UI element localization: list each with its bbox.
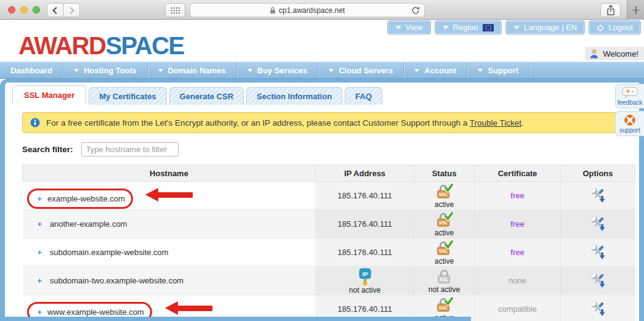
url-text: cp1.awardspace.net — [279, 6, 345, 15]
feedback-button[interactable]: feedback — [615, 84, 644, 108]
nav-item-cloud-servers[interactable]: Cloud Servers — [318, 62, 404, 78]
awardspace-logo[interactable]: AWARDSPACE — [18, 32, 184, 60]
welcome-label: Welcome! — [603, 49, 638, 59]
red-arrow-annotation — [145, 188, 193, 201]
ip-not-active-icon — [357, 267, 373, 286]
lifebuoy-icon — [624, 114, 636, 126]
power-icon — [597, 24, 604, 31]
options-tools-button[interactable] — [589, 271, 606, 290]
table-row: + subdomain-two.example-website.com not … — [23, 267, 635, 295]
logout-button-label: Logout — [608, 23, 633, 32]
dropdown-arrow-icon — [158, 69, 163, 72]
expand-row-button[interactable]: + — [38, 276, 42, 285]
nav-label: Account — [424, 66, 456, 75]
view-button[interactable]: View — [387, 20, 431, 35]
ssl-table: Hostname IP Address Status Certificate O… — [22, 165, 635, 321]
search-input[interactable] — [81, 142, 179, 156]
feedback-stars-icon — [622, 87, 638, 99]
ip-cell: 185.176.40.111 — [316, 182, 414, 210]
trouble-ticket-link[interactable]: Trouble Ticket — [470, 118, 521, 128]
tab-overview-button[interactable] — [165, 3, 185, 17]
options-tools-button[interactable] — [589, 186, 606, 205]
section-tabs: SSL Manager My Certificates Generate CSR… — [12, 85, 639, 105]
logo-text-blue: SPACE — [105, 32, 183, 59]
nav-label: Dashboard — [10, 66, 52, 75]
options-tools-button[interactable] — [589, 299, 606, 319]
expand-row-button[interactable]: + — [38, 194, 42, 203]
options-tools-button[interactable] — [589, 243, 606, 262]
nav-label: Hosting Tools — [84, 66, 137, 75]
status-cell: active — [414, 210, 475, 238]
dropdown-arrow-icon — [478, 69, 483, 72]
nav-item-support[interactable]: Support — [467, 62, 529, 78]
nav-item-domain-names[interactable]: Domain Names — [148, 62, 237, 78]
ip-caption: not active — [349, 286, 380, 295]
expand-row-button[interactable]: + — [38, 248, 42, 257]
reload-button[interactable] — [411, 6, 420, 17]
region-button[interactable]: Region — [435, 20, 502, 35]
language-button[interactable]: Language | EN — [505, 20, 586, 35]
tab-section-information[interactable]: Section Information — [246, 87, 342, 105]
window-minimize-button[interactable] — [20, 6, 28, 14]
user-avatar-icon — [589, 49, 599, 59]
options-tools-button[interactable] — [589, 214, 606, 234]
region-button-label: Region — [453, 23, 478, 32]
ip-cell: not active — [316, 267, 414, 295]
tools-icon — [589, 271, 606, 288]
nav-label: Domain Names — [168, 66, 226, 75]
welcome-badge: Welcome! — [585, 47, 644, 60]
table-row: + subdomain.example-website.com 185.176.… — [23, 238, 635, 267]
tab-faq[interactable]: FAQ — [345, 87, 382, 105]
certificate-cell: free — [475, 238, 561, 267]
browser-forward-button[interactable] — [63, 3, 80, 17]
certificate-cell: free — [475, 210, 561, 238]
side-buttons: feedback support — [615, 84, 644, 139]
forward-chevron-icon — [67, 7, 74, 14]
tools-icon — [589, 186, 606, 203]
logout-button[interactable]: Logout — [589, 20, 641, 35]
dropdown-arrow-icon — [414, 69, 419, 72]
expand-row-button[interactable]: + — [38, 307, 42, 317]
hostname-text: subdomain-two.example-website.com — [50, 276, 183, 285]
nav-item-buy-services[interactable]: Buy Services — [237, 62, 319, 78]
lock-icon — [270, 6, 276, 14]
logo-text-red: AWARD — [18, 32, 105, 59]
nav-label: Cloud Servers — [339, 66, 393, 75]
table-header-row: Hostname IP Address Status Certificate O… — [23, 165, 635, 182]
column-header-hostname: Hostname — [23, 165, 316, 182]
table-row: + example-website.com 185.176.40.111 act… — [23, 182, 635, 210]
dropdown-arrow-icon — [248, 69, 252, 72]
chevron-down-icon — [513, 26, 520, 30]
nav-item-account[interactable]: Account — [404, 62, 467, 78]
address-bar[interactable]: cp1.awardspace.net — [190, 3, 425, 17]
red-arrow-annotation — [165, 301, 212, 315]
status-caption: active — [435, 258, 454, 266]
info-notice: For a free certificate from the Let's En… — [22, 112, 621, 133]
language-button-label: Language | EN — [524, 23, 578, 32]
browser-back-button[interactable] — [47, 3, 63, 17]
chevron-down-icon — [395, 26, 401, 30]
browser-chrome: cp1.awardspace.net — [0, 0, 644, 20]
tools-icon — [589, 214, 606, 232]
reload-icon — [411, 6, 420, 15]
hostname-text: www.example-website.com — [47, 307, 144, 317]
status-cell: active — [414, 182, 475, 210]
window-close-button[interactable] — [8, 6, 15, 14]
nav-item-dashboard[interactable]: Dashboard — [0, 62, 63, 78]
ssl-active-icon — [435, 240, 453, 257]
column-header-status: Status — [414, 165, 475, 182]
new-tab-button[interactable] — [627, 0, 644, 20]
feedback-label: feedback — [618, 99, 643, 106]
view-button-label: View — [406, 23, 423, 32]
share-button[interactable] — [600, 3, 621, 17]
status-cell: active — [414, 238, 475, 267]
expand-row-button[interactable]: + — [38, 219, 42, 229]
tab-ssl-manager[interactable]: SSL Manager — [12, 85, 86, 105]
support-button[interactable]: support — [615, 111, 644, 136]
tab-my-certificates[interactable]: My Certificates — [89, 87, 166, 105]
nav-item-hosting-tools[interactable]: Hosting Tools — [63, 62, 148, 78]
status-caption: active — [435, 229, 454, 237]
window-zoom-button[interactable] — [33, 6, 40, 14]
tab-generate-csr[interactable]: Generate CSR — [169, 87, 244, 105]
certificate-cell: compatible — [475, 295, 561, 321]
